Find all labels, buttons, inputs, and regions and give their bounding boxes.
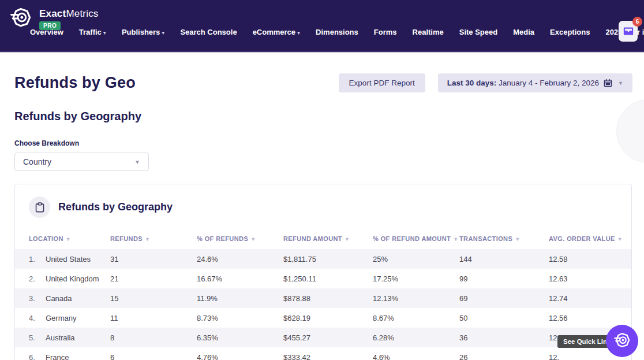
sort-icon: ▼: [617, 236, 623, 242]
exactmetrics-logo-icon: [612, 331, 632, 351]
cell-location: 2.United Kingdom: [29, 274, 110, 283]
cell-refund-amount: $455.27: [283, 333, 373, 342]
cell-avg-order-value: 12.74: [549, 294, 631, 303]
cell-transactions: 50: [459, 314, 549, 322]
cell-refund-amount: $1,250.11: [283, 274, 373, 283]
cell-refund-amount: $878.88: [283, 294, 373, 303]
cell-refunds: 31: [110, 255, 197, 263]
column-header-transactions[interactable]: Transactions▼: [459, 235, 549, 242]
cell-refunds: 21: [110, 274, 197, 283]
column-header-avg-order-value[interactable]: Avg. Order Value▼: [549, 235, 631, 242]
quick-links-button[interactable]: [606, 325, 638, 357]
brand-name: ExactMetrics: [39, 8, 99, 20]
notifications-button[interactable]: 6: [619, 21, 638, 42]
cell-refund-amount: $1,811.75: [283, 255, 373, 263]
cell-location: 4.Germany: [29, 314, 110, 322]
nav-item-traffic[interactable]: Traffic▾: [79, 28, 106, 36]
column-header-refund-amount[interactable]: Refund Amount▼: [283, 235, 373, 242]
nav-item-media[interactable]: Media: [513, 28, 534, 36]
cell-transactions: 99: [459, 274, 549, 283]
nav-item-forms[interactable]: Forms: [374, 28, 397, 36]
column-header-of-refunds[interactable]: % of Refunds▼: [197, 235, 283, 242]
table-row: 5.Australia86.35%$455.276.28%3612.65: [15, 328, 631, 347]
cell-refunds: 6: [110, 353, 197, 360]
nav-item-ecommerce[interactable]: eCommerce▾: [253, 28, 300, 36]
cell-of-refund-amount: 6.28%: [373, 333, 459, 342]
inbox-icon: [623, 27, 634, 36]
page-title: Refunds by Geo: [14, 74, 136, 92]
nav-item-exceptions[interactable]: Exceptions: [550, 28, 590, 36]
cell-location: 3.Canada: [29, 294, 110, 303]
cell-avg-order-value: 12.58: [549, 255, 631, 263]
sort-icon: ▼: [66, 236, 71, 242]
cell-location: 5.Australia: [29, 333, 110, 342]
location-name: Germany: [46, 314, 76, 322]
nav-item-dimensions[interactable]: Dimensions: [316, 28, 358, 36]
sort-icon: ▼: [145, 236, 150, 242]
cell-avg-order-value: 12.63: [549, 274, 631, 283]
location-name: United States: [46, 255, 91, 263]
cell-location: 6.France: [29, 353, 110, 360]
card-title: Refunds by Geography: [58, 201, 173, 213]
export-pdf-button[interactable]: Export PDF Report: [339, 73, 425, 92]
nav-item-overview[interactable]: Overview: [30, 28, 63, 36]
cell-of-refund-amount: 12.13%: [373, 294, 459, 303]
table-row: 6.France64.76%$333.424.6%2612.: [15, 347, 631, 360]
cell-of-refunds: 4.76%: [197, 353, 283, 360]
breakdown-select[interactable]: Country ▼: [14, 153, 149, 171]
chevron-down-icon: ▼: [618, 80, 623, 86]
row-rank: 2.: [29, 274, 46, 283]
chevron-down-icon: ▾: [297, 29, 300, 36]
location-name: France: [46, 353, 69, 360]
cell-refunds: 15: [110, 294, 197, 303]
sort-icon: ▼: [453, 236, 458, 242]
row-rank: 6.: [29, 353, 46, 360]
page-content: Refunds by Geo Export PDF Report Last 30…: [0, 73, 644, 360]
cell-transactions: 69: [459, 294, 549, 303]
sort-icon: ▼: [250, 236, 256, 242]
brand-text: ExactMetrics PRO: [39, 8, 99, 30]
card-icon-circle: [29, 196, 50, 218]
column-header-of-refund-amount[interactable]: % of Refund Amount▼: [373, 235, 459, 242]
cell-of-refunds: 6.35%: [197, 333, 283, 342]
row-rank: 5.: [29, 333, 46, 342]
cell-of-refunds: 16.67%: [197, 274, 283, 283]
column-header-refunds[interactable]: Refunds▼: [110, 235, 197, 242]
nav-item-publishers[interactable]: Publishers▾: [122, 28, 165, 36]
cell-transactions: 26: [459, 353, 549, 360]
nav-item-search-console[interactable]: Search Console: [180, 28, 237, 36]
top-nav: ExactMetrics PRO OverviewTraffic▾Publish…: [0, 0, 644, 52]
nav-item-realtime[interactable]: Realtime: [413, 28, 444, 36]
chevron-down-icon: ▾: [103, 29, 106, 36]
row-rank: 4.: [29, 314, 46, 322]
page-header: Refunds by Geo Export PDF Report Last 30…: [12, 73, 632, 92]
location-name: United Kingdom: [46, 274, 99, 283]
cell-of-refunds: 24.6%: [197, 255, 283, 263]
date-range-text: Last 30 days: January 4 - February 2, 20…: [447, 79, 599, 87]
chevron-down-icon: ▼: [134, 159, 140, 165]
sort-icon: ▼: [515, 236, 520, 242]
cell-of-refund-amount: 25%: [373, 255, 459, 263]
cell-refunds: 11: [110, 314, 197, 322]
cell-of-refund-amount: 4.6%: [373, 353, 459, 360]
table-row: 2.United Kingdom2116.67%$1,250.1117.25%9…: [15, 269, 631, 288]
column-header-location[interactable]: Location▼: [29, 235, 110, 242]
cell-location: 1.United States: [29, 255, 110, 263]
sort-icon: ▼: [345, 236, 350, 242]
cell-avg-order-value: 12.56: [549, 314, 631, 322]
nav-menu: OverviewTraffic▾Publishers▾Search Consol…: [30, 28, 644, 36]
cell-of-refund-amount: 17.25%: [373, 274, 459, 283]
header-actions: Export PDF Report Last 30 days: January …: [339, 73, 632, 92]
table-row: 4.Germany118.73%$628.198.67%5012.56: [15, 308, 631, 328]
location-name: Canada: [46, 294, 72, 303]
table-body: 1.United States3124.6%$1,811.7525%14412.…: [15, 249, 631, 360]
cell-transactions: 36: [459, 333, 549, 342]
date-range-picker[interactable]: Last 30 days: January 4 - February 2, 20…: [438, 73, 632, 92]
table-row: 1.United States3124.6%$1,811.7525%14412.…: [15, 249, 631, 269]
notification-badge: 6: [632, 17, 642, 27]
card-header: Refunds by Geography: [15, 184, 631, 228]
breakdown-selected-value: Country: [23, 157, 51, 166]
cell-refund-amount: $333.42: [283, 353, 373, 360]
brand[interactable]: ExactMetrics PRO: [0, 0, 644, 31]
nav-item-site-speed[interactable]: Site Speed: [459, 28, 497, 36]
